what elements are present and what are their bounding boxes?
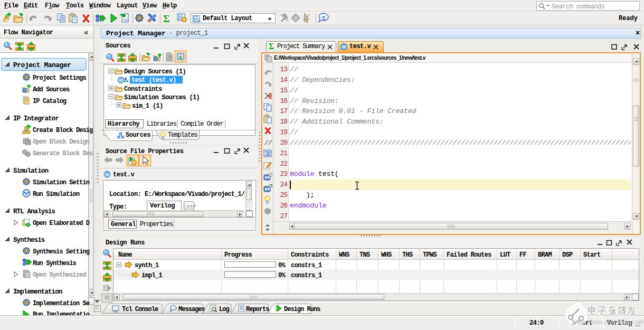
svg-text:Add Sources: Add Sources — [33, 86, 70, 93]
svg-text:Open Block Design: Open Block Design — [33, 138, 90, 146]
svg-text:DSP: DSP — [562, 251, 573, 259]
svg-text:ve: ve — [342, 45, 346, 49]
svg-text:IP Integrator: IP Integrator — [13, 115, 59, 122]
svg-text:Messages: Messages — [178, 306, 205, 313]
svg-text:Project Manager: Project Manager — [13, 61, 71, 69]
svg-text:0%: 0% — [278, 272, 286, 279]
svg-text:Run Synthesis: Run Synthesis — [33, 260, 77, 267]
svg-text:test (test.v): test (test.v) — [131, 77, 176, 84]
svg-text:Failed Routes: Failed Routes — [447, 251, 491, 259]
svg-text:constrs_1: constrs_1 — [291, 262, 322, 269]
svg-text:Create Block Desig: Create Block Desig — [33, 127, 93, 134]
svg-text:Implementation Se: Implementation Se — [33, 300, 90, 307]
svg-text:Open Elaborated D: Open Elaborated D — [33, 220, 90, 227]
svg-text:101: 101 — [123, 18, 129, 22]
svg-text:sim_1 (1): sim_1 (1) — [132, 102, 163, 110]
svg-text:TPWS: TPWS — [423, 251, 437, 259]
svg-text:Progress: Progress — [224, 251, 252, 259]
svg-text:Tcl Console: Tcl Console — [122, 306, 158, 313]
svg-text:?: ? — [168, 54, 172, 61]
svg-text:Simulation Sources (1): Simulation Sources (1) — [124, 94, 200, 101]
svg-text:Constraints: Constraints — [291, 251, 329, 259]
svg-text:Synthesis: Synthesis — [13, 237, 45, 244]
svg-text:Open Synthesized: Open Synthesized — [33, 271, 87, 279]
svg-text:RTL Analysis: RTL Analysis — [13, 208, 55, 215]
svg-text:WHS: WHS — [381, 251, 392, 259]
svg-text:IP Catalog: IP Catalog — [33, 98, 67, 105]
svg-text:THS: THS — [402, 251, 413, 259]
svg-text:BRAM: BRAM — [538, 251, 552, 259]
svg-text:WNS: WNS — [339, 251, 349, 259]
svg-text:Design Sources (1): Design Sources (1) — [124, 68, 186, 76]
svg-text:Start: Start — [583, 251, 601, 259]
svg-text:Generate Block Des: Generate Block Des — [33, 150, 93, 157]
svg-text:Design Runs: Design Runs — [284, 306, 320, 313]
svg-text:LUT: LUT — [500, 251, 510, 259]
svg-text:test.v: test.v — [113, 171, 135, 178]
svg-text:www.elecfans.com: www.elecfans.com — [588, 318, 644, 326]
svg-text:Simulation: Simulation — [13, 167, 48, 175]
svg-text:TNS: TNS — [359, 251, 370, 259]
svg-text:Name: Name — [118, 251, 132, 259]
svg-text:Project Settings: Project Settings — [33, 74, 87, 82]
svg-text:Log: Log — [219, 306, 229, 313]
svg-text:Simulation Settin: Simulation Settin — [33, 179, 90, 186]
svg-text:Run Simulation: Run Simulation — [33, 191, 80, 198]
svg-text:impl_1: impl_1 — [141, 272, 163, 279]
svg-text:Σ: Σ — [322, 15, 326, 21]
svg-text:Run Implementatio: Run Implementatio — [33, 311, 90, 315]
svg-text:Σ: Σ — [163, 13, 169, 24]
svg-text:Synthesis Setting: Synthesis Setting — [33, 248, 90, 256]
svg-text:FF: FF — [519, 251, 527, 259]
svg-text:Constraints: Constraints — [124, 86, 162, 93]
svg-text:synth_1: synth_1 — [135, 262, 159, 269]
svg-text:0%: 0% — [278, 262, 286, 269]
svg-text://: // — [264, 139, 272, 147]
svg-text:constrs_1: constrs_1 — [291, 272, 322, 279]
svg-text:Reports: Reports — [246, 306, 269, 313]
svg-text:Implementation: Implementation — [13, 288, 62, 296]
